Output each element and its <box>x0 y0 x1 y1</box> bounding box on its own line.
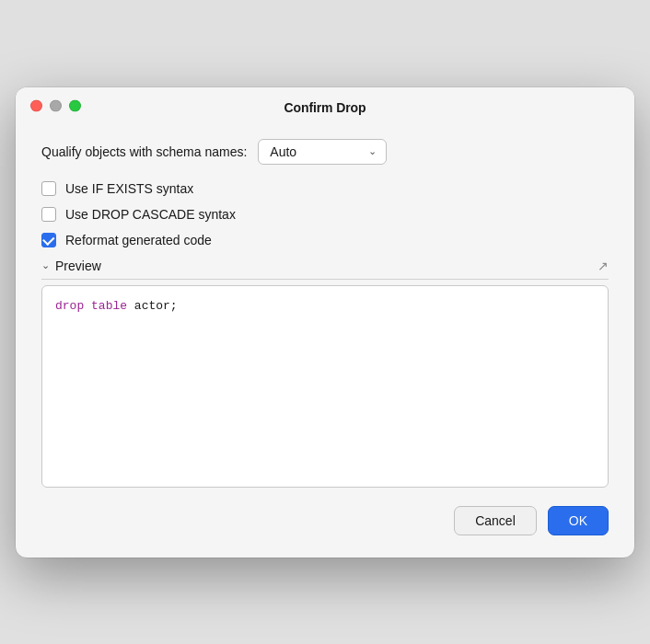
title-bar: Confirm Drop <box>16 87 634 124</box>
minimize-button[interactable] <box>50 99 62 111</box>
checkbox-reformat-label: Reformat generated code <box>65 233 212 247</box>
code-rest: actor; <box>127 299 178 313</box>
preview-label: Preview <box>55 259 101 273</box>
schema-row: Qualify objects with schema names: Auto … <box>41 139 609 165</box>
ok-button[interactable]: OK <box>548 506 609 535</box>
code-keyword-drop: drop <box>55 299 84 313</box>
chevron-down-icon: ⌄ <box>368 145 377 157</box>
code-keyword-table: table <box>91 299 127 313</box>
traffic-lights <box>30 99 81 111</box>
confirm-drop-dialog: Confirm Drop Qualify objects with schema… <box>16 87 634 558</box>
schema-select-value: Auto <box>270 144 296 159</box>
collapse-icon[interactable]: ⌄ <box>41 259 50 271</box>
schema-label: Qualify objects with schema names: <box>41 144 247 159</box>
schema-select[interactable]: Auto ⌄ <box>258 139 387 165</box>
checkbox-row-reformat: Reformat generated code <box>41 233 609 247</box>
preview-section: ⌄ Preview ↗ drop table actor; <box>41 259 609 488</box>
checkbox-row-drop-cascade: Use DROP CASCADE syntax <box>41 207 609 222</box>
code-space-1 <box>84 299 91 313</box>
maximize-button[interactable] <box>69 99 81 111</box>
dialog-content: Qualify objects with schema names: Auto … <box>16 124 634 558</box>
preview-header: ⌄ Preview ↗ <box>41 259 609 280</box>
dialog-title: Confirm Drop <box>284 100 366 115</box>
button-row: Cancel OK <box>41 506 609 535</box>
checkbox-row-if-exists: Use IF EXISTS syntax <box>41 181 609 196</box>
checkbox-drop-cascade[interactable] <box>41 207 56 222</box>
code-preview[interactable]: drop table actor; <box>41 285 609 488</box>
checkbox-if-exists[interactable] <box>41 181 56 196</box>
close-button[interactable] <box>30 99 42 111</box>
checkbox-if-exists-label: Use IF EXISTS syntax <box>65 181 193 196</box>
external-link-icon[interactable]: ↗ <box>598 259 609 273</box>
cancel-button[interactable]: Cancel <box>454 506 537 535</box>
checkbox-drop-cascade-label: Use DROP CASCADE syntax <box>65 207 236 222</box>
checkbox-reformat[interactable] <box>41 233 56 247</box>
preview-left: ⌄ Preview <box>41 259 101 273</box>
